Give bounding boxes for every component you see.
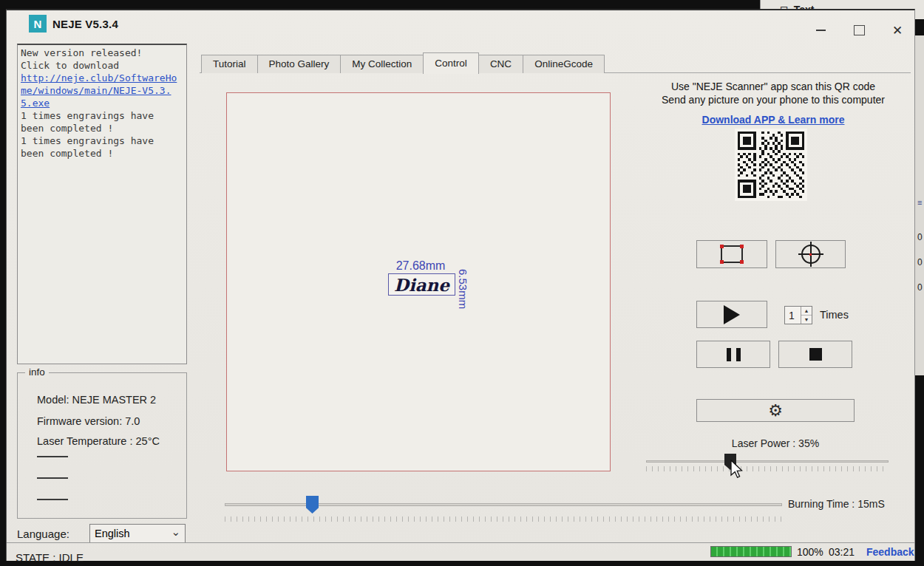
burning-time-ticks — [225, 516, 782, 522]
minimize-icon — [816, 30, 826, 31]
start-engraving-button[interactable] — [696, 301, 767, 328]
qr-code-image — [735, 129, 807, 201]
stop-button[interactable] — [778, 341, 852, 368]
close-icon: ✕ — [892, 23, 903, 38]
notification-line: Click to download — [21, 60, 119, 71]
info-groupbox: info Model: NEJE MASTER 2 Firmware versi… — [17, 372, 187, 519]
selected-object[interactable]: Diane — [388, 273, 455, 296]
photographed-screen: ⊟ Text ≡ 0 0 0 N NEJE V5.3.4 ✕ New versi… — [0, 0, 924, 566]
notification-line: 1 times engravings have been completed ! — [21, 110, 154, 134]
frame-icon — [721, 245, 743, 263]
statusbar-divider — [7, 542, 914, 543]
crosshair-icon — [801, 245, 821, 264]
close-button[interactable]: ✕ — [882, 21, 913, 40]
corner-dot — [740, 245, 744, 248]
gear-icon: ⚙ — [768, 403, 783, 419]
play-icon — [724, 305, 740, 324]
times-value[interactable]: 1 — [785, 307, 801, 324]
tab-tutorial[interactable]: Tutorial — [201, 55, 258, 73]
maximize-icon — [854, 25, 865, 35]
edge-value: 0 — [917, 257, 923, 267]
times-stepper[interactable]: 1 ▲ ▼ — [784, 306, 812, 324]
stop-icon — [809, 348, 822, 361]
frame-preview-button[interactable] — [696, 240, 767, 268]
background-window-right-edge: ≡ 0 0 0 — [914, 35, 924, 375]
center-position-button[interactable] — [775, 240, 846, 268]
times-label: Times — [820, 309, 849, 321]
scanner-instructions: Use "NEJE Scanner" app scan this QR code… — [644, 80, 903, 126]
notification-line: 1 times engravings have been completed ! — [21, 135, 154, 159]
settings-button[interactable]: ⚙ — [696, 399, 855, 422]
times-spin-buttons: ▲ ▼ — [801, 307, 812, 324]
object-width-label: 27.68mm — [388, 259, 453, 273]
laser-power-slider[interactable] — [646, 460, 889, 463]
laser-temperature: Laser Temperature : 25°C — [37, 435, 160, 447]
tab-onlinegcode[interactable]: OnlineGcode — [523, 55, 605, 73]
elapsed-time: 03:21 — [829, 546, 855, 558]
scanner-line: Use "NEJE Scanner" app scan this QR code — [671, 81, 875, 92]
state-label: STATE : IDLE — [16, 551, 84, 564]
tab-bar: Tutorial Photo Gallery My Collection Con… — [201, 53, 604, 73]
download-app-link[interactable]: Download APP & Learn more — [702, 113, 845, 126]
feedback-link[interactable]: Feedback — [866, 546, 914, 558]
placeholder-line — [37, 456, 68, 457]
notification-panel: New version released! Click to download … — [17, 44, 187, 364]
neje-logo: N — [29, 15, 47, 33]
tab-photo-gallery[interactable]: Photo Gallery — [257, 55, 342, 73]
edge-value: 0 — [917, 282, 923, 293]
progress-percent: 100% — [797, 546, 823, 558]
maximize-button[interactable] — [843, 21, 874, 40]
corner-dot — [720, 260, 724, 264]
spin-up-icon[interactable]: ▲ — [801, 307, 812, 316]
scanner-line: Send any picture on your phone to this c… — [662, 94, 885, 106]
corner-dot — [740, 260, 744, 264]
language-select[interactable]: English — [89, 524, 186, 543]
laser-power-ticks — [646, 466, 889, 471]
placeholder-line — [37, 477, 68, 479]
tab-my-collection[interactable]: My Collection — [340, 55, 424, 73]
edge-value: 0 — [917, 232, 923, 242]
window-title: NEJE V5.3.4 — [52, 18, 118, 30]
minimize-button[interactable] — [805, 21, 836, 40]
neje-main-window: N NEJE V5.3.4 ✕ New version released! Cl… — [6, 9, 915, 561]
firmware-version: Firmware version: 7.0 — [37, 415, 140, 427]
pause-button[interactable] — [696, 341, 770, 368]
corner-dot — [720, 245, 724, 248]
progress-bar — [710, 546, 792, 557]
spin-down-icon[interactable]: ▼ — [801, 316, 812, 324]
tab-cnc[interactable]: CNC — [478, 55, 523, 73]
download-update-link[interactable]: http://neje.club/SoftwareHome/windows/ma… — [21, 72, 180, 109]
list-icon: ≡ — [917, 198, 922, 207]
laser-power-label: Laser Power : 35% — [657, 437, 894, 449]
language-select-wrap: English ⌄ — [89, 524, 186, 543]
qr-code — [735, 129, 807, 201]
tab-control[interactable]: Control — [423, 52, 479, 74]
burning-time-label: Burning Time : 15mS — [788, 498, 885, 510]
language-label: Language: — [17, 528, 69, 540]
pause-icon — [727, 348, 741, 361]
crosshair-center-dot — [809, 253, 812, 256]
device-model: Model: NEJE MASTER 2 — [37, 394, 156, 406]
info-legend: info — [25, 366, 49, 378]
placeholder-line — [37, 499, 68, 500]
object-height-label: 6.53mm — [457, 269, 469, 309]
notification-line: New version released! — [21, 47, 142, 58]
engraving-text: Diane — [394, 275, 449, 295]
